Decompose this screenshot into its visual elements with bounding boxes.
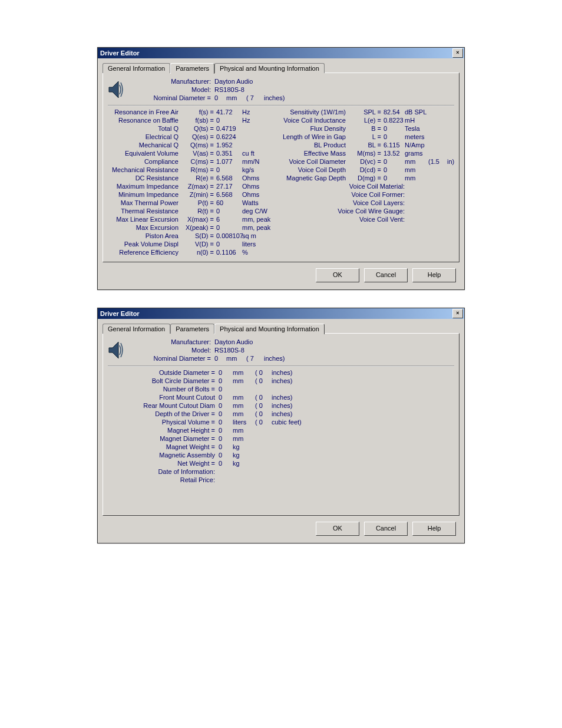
parameters-left-column: Resonance in Free Airf(s) =41.72HzResona… (108, 108, 270, 257)
param-row: Resonance in Free Airf(s) =41.72Hz (108, 108, 270, 117)
param-row: Equivalent VolumeV(as) =0.351cu ft (108, 150, 270, 158)
close-icon[interactable]: × (452, 48, 463, 58)
param-row: Voice Coil Wire Gauge: (275, 207, 459, 216)
phys-unit2: inches) (272, 402, 292, 409)
tab-physical-mounting[interactable]: Physical and Mounting Information (214, 324, 325, 334)
tab-strip: General Information Parameters Physical … (103, 324, 459, 334)
cancel-button[interactable]: Cancel (364, 522, 408, 536)
physical-row: Rear Mount Cutout Diam0mm( 0inches) (108, 402, 454, 410)
physical-row: Date of Information: (108, 468, 454, 476)
phys-value: 0 (219, 460, 233, 467)
parameters-right-column: Sensitivity (1W/1m)SPL =82.54dB SPLVoice… (275, 108, 459, 257)
param-value: 82.54 (382, 108, 405, 116)
phys-label: Depth of the Driver = (108, 410, 219, 417)
param-label: Voice Coil Diameter (275, 158, 348, 165)
param-symbol: Q(es) = (181, 133, 215, 140)
param-row: Mechanical QQ(ms) =1.952 (108, 141, 270, 150)
svg-marker-1 (109, 342, 118, 358)
param-unit: kg/s (242, 166, 270, 173)
help-button[interactable]: Help (412, 522, 456, 536)
param-value: 0.351 (215, 150, 242, 157)
titlebar[interactable]: Driver Editor × (98, 308, 464, 319)
phys-value: 0 (219, 427, 233, 434)
param-row: Max Linear ExcursionX(max) =6mm, peak (108, 216, 270, 224)
tab-general-information[interactable]: General Information (103, 63, 170, 73)
param-symbol: V(as) = (181, 150, 215, 157)
physical-row: Physical Volume =0liters( 0cubic feet) (108, 419, 454, 427)
tab-general-information[interactable]: General Information (103, 324, 170, 334)
phys-paren: ( 0 (255, 402, 272, 409)
param-unit: mm/N (242, 158, 270, 165)
physical-row: Magnet Weight =0kg (108, 443, 454, 452)
ok-button[interactable]: OK (316, 522, 359, 536)
param-unit: mm, peak (242, 224, 270, 231)
model-label: Model: (125, 347, 214, 354)
driver-editor-window-physical: Driver Editor × General Information Para… (97, 308, 465, 543)
nominal-mm-value: 0 (214, 94, 226, 101)
param-value: 0.8223 (382, 117, 405, 124)
param-label: DC Resistance (108, 174, 181, 182)
nominal-diameter-label: Nominal Diameter = (125, 355, 214, 362)
cancel-button[interactable]: Cancel (364, 268, 408, 282)
phys-unit: kg (233, 443, 255, 450)
param-unit: Ohms (242, 183, 270, 190)
param-unit: Watts (242, 199, 270, 206)
param-unit: liters (242, 241, 270, 248)
param-label: Length of Wire in Gap (275, 133, 348, 140)
tab-parameters[interactable]: Parameters (170, 324, 214, 334)
param-extra2: in) (447, 158, 459, 165)
physical-row: Outside Diameter =0mm( 0inches) (108, 369, 454, 377)
driver-editor-window-parameters: Driver Editor × General Information Para… (97, 47, 465, 290)
param-row: Voice Coil Material: (275, 183, 459, 191)
param-symbol: R(e) = (181, 174, 215, 182)
param-row: Max ExcursionX(peak) =0mm, peak (108, 224, 270, 232)
ok-button[interactable]: OK (316, 268, 359, 282)
param-value: 0 (215, 241, 242, 248)
phys-paren: ( 0 (255, 394, 272, 401)
help-button[interactable]: Help (412, 268, 456, 282)
param-value: 0 (382, 166, 405, 173)
param-row: Magnetic Gap DepthD(mg) =0mm (275, 174, 459, 183)
param-value: 0.4719 (215, 125, 242, 132)
param-row: Voice Coil DepthD(cd) =0mm (275, 166, 459, 174)
param-symbol: f(sb) = (181, 117, 215, 124)
param-value: 27.17 (215, 183, 242, 190)
phys-unit: liters (233, 419, 255, 426)
tab-physical-mounting[interactable]: Physical and Mounting Information (214, 63, 325, 73)
manufacturer-label: Manufacturer: (125, 338, 214, 345)
param-label: Max Linear Excursion (108, 216, 181, 223)
phys-value: 0 (219, 386, 233, 393)
titlebar[interactable]: Driver Editor × (98, 48, 464, 58)
param-symbol: X(peak) = (181, 224, 215, 231)
phys-unit: kg (233, 452, 255, 459)
phys-value: 0 (219, 377, 233, 384)
phys-unit2: inches) (272, 394, 292, 401)
phys-unit: kg (233, 460, 255, 467)
param-symbol: V(D) = (181, 241, 215, 248)
param-symbol: L = (348, 133, 382, 140)
param-symbol: f(s) = (181, 108, 215, 116)
phys-paren: ( 0 (255, 377, 272, 384)
param-symbol: S(D) = (181, 232, 215, 239)
param-row: Resonance on Bafflef(sb) =0Hz (108, 117, 270, 125)
model-value: RS180S-8 (214, 86, 244, 93)
nominal-diameter-label: Nominal Diameter = (125, 94, 214, 101)
param-row: Voice Coil InductanceL(e) =0.8223mH (275, 117, 459, 125)
param-unit: mm (405, 166, 428, 173)
param-value: 0 (382, 133, 405, 140)
param-value: 6.115 (382, 141, 405, 149)
param-symbol: X(max) = (181, 216, 215, 223)
param-row: Minimum ImpedanceZ(min) =6.568Ohms (108, 191, 270, 199)
param-label: Magnetic Gap Depth (275, 174, 348, 182)
phys-label: Bolt Circle Diameter = (108, 377, 219, 384)
phys-unit: mm (233, 369, 255, 376)
close-icon[interactable]: × (452, 309, 463, 318)
phys-label: Magnetic Assembly (108, 452, 219, 459)
param-symbol: BL = (348, 141, 382, 149)
phys-value: 0 (219, 435, 233, 442)
param-label: Reference Efficiency (108, 249, 181, 256)
param-value: 41.72 (215, 108, 242, 116)
param-label: Voice Coil Layers: (275, 199, 407, 206)
param-label: Voice Coil Inductance (275, 117, 348, 124)
tab-parameters[interactable]: Parameters (170, 63, 214, 74)
